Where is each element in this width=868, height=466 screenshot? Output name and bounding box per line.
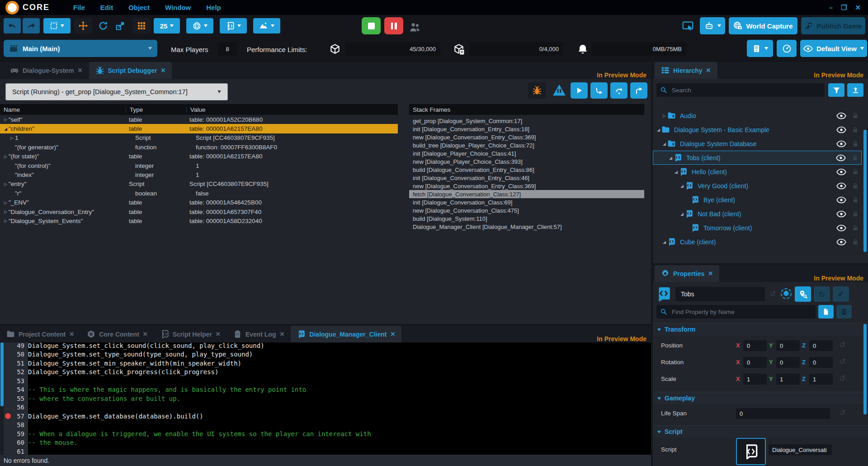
reset-icon[interactable]: ↺ xyxy=(839,408,845,417)
hierarchy-item-not-bad-client-[interactable]: ◢Not Bad (client) xyxy=(653,207,862,221)
max-players-value[interactable]: 8 xyxy=(218,42,237,56)
visibility-eye-icon[interactable] xyxy=(836,210,846,218)
line-number[interactable]: 56 xyxy=(12,404,28,411)
tab-project-content[interactable]: Project Content✕ xyxy=(0,326,80,342)
position-y-field[interactable]: 0 xyxy=(776,340,800,351)
tab-close-icon[interactable]: ✕ xyxy=(69,331,74,338)
rotation-z-field[interactable]: 0 xyxy=(809,357,833,368)
line-number[interactable]: 53 xyxy=(12,377,28,385)
tab-properties[interactable]: Properties ✕ xyxy=(655,265,719,282)
variable-row[interactable]: ▷"(for state)"tabletable: 000001A62157EA… xyxy=(0,152,398,161)
tree-expand-icon[interactable]: ▷ xyxy=(661,114,667,118)
lock-icon[interactable] xyxy=(852,238,859,246)
tree-expand-icon[interactable]: ◢ xyxy=(3,127,9,131)
bot-dropdown[interactable] xyxy=(700,17,725,34)
stack-frame[interactable]: new [Dialogue_Conversation_Class:475] xyxy=(409,206,644,214)
code-line[interactable]: 55-- where the conversations are built u… xyxy=(0,394,651,403)
lock-icon[interactable] xyxy=(852,140,859,147)
tree-expand-icon[interactable]: ▷ xyxy=(9,136,15,140)
code-line[interactable]: 49Dialogue_System.set_click_sound(click_… xyxy=(0,342,651,350)
lock-icon[interactable] xyxy=(852,112,859,119)
tree-expand-icon[interactable]: ▷ xyxy=(3,219,9,223)
tab-close-icon[interactable]: ✕ xyxy=(708,270,713,277)
tab-core-content[interactable]: Core Content✕ xyxy=(80,326,154,342)
stack-frame[interactable]: build [Dialogue_System:110] xyxy=(409,214,644,223)
filter-button[interactable] xyxy=(828,83,844,97)
paste-property-button[interactable] xyxy=(836,305,852,319)
variable-row[interactable]: ▷"Dialogue_Conversation_Entry"tabletable… xyxy=(0,207,398,216)
line-number[interactable]: 57 xyxy=(12,413,28,420)
tree-expand-icon[interactable]: ◢ xyxy=(673,170,679,174)
hierarchy-item-hello-client-[interactable]: ◢Hello (client) xyxy=(653,165,862,179)
multiplayer-preview-icon[interactable] xyxy=(409,21,421,33)
hierarchy-item-very-good-client-[interactable]: ◢Very Good (client) xyxy=(653,179,862,193)
variable-row[interactable]: ▷"Dialogue_System_Events"tabletable: 000… xyxy=(0,216,398,225)
hierarchy-item-bye-client-[interactable]: Bye (client) xyxy=(653,193,862,207)
lock-icon[interactable] xyxy=(852,210,859,218)
code-editor[interactable]: 49Dialogue_System.set_click_sound(click_… xyxy=(0,342,651,455)
line-number[interactable]: 58 xyxy=(12,421,28,428)
terrain-dropdown[interactable] xyxy=(253,18,280,33)
stack-frame[interactable]: fetch [Dialogue_Conversation_Class:127] xyxy=(409,190,644,198)
section-script[interactable]: Script xyxy=(653,425,868,437)
object-name-field[interactable] xyxy=(680,290,760,298)
property-search[interactable] xyxy=(656,305,816,319)
tree-expand-icon[interactable]: ◢ xyxy=(679,184,685,188)
stack-frame[interactable]: Dialogue_Manager_Client [Dialogue_Manage… xyxy=(409,223,644,231)
tab-close-icon[interactable]: ✕ xyxy=(160,67,165,74)
menu-edit[interactable]: Edit xyxy=(100,4,113,11)
column-name[interactable]: Name xyxy=(0,106,126,113)
undo-button[interactable] xyxy=(4,18,21,33)
default-view-dropdown[interactable]: Default View xyxy=(800,40,867,57)
reset-object-button[interactable]: ↻ xyxy=(814,286,830,302)
stack-frame[interactable]: new [Dialogue_Player_Choice_Class:393] xyxy=(409,157,644,166)
reset-icon[interactable]: ↺ xyxy=(839,357,845,366)
rotation-x-field[interactable]: 0 xyxy=(743,357,767,368)
scale-tool-button[interactable] xyxy=(113,18,127,33)
code-line[interactable]: 54-- This is where the magic happens, an… xyxy=(0,385,651,395)
break-on-error-icon[interactable] xyxy=(552,84,566,96)
line-number[interactable]: 55 xyxy=(12,395,28,402)
close-button[interactable]: ✕ xyxy=(855,4,861,12)
line-number[interactable]: 61 xyxy=(12,448,28,455)
performance-button[interactable] xyxy=(777,40,797,57)
line-number[interactable]: 50 xyxy=(12,351,28,358)
stack-frame[interactable]: build_tree [Dialogue_Player_Choice_Class… xyxy=(409,141,644,149)
lock-icon[interactable] xyxy=(852,168,859,176)
hierarchy-item-dialogue-system-basic-example[interactable]: ◢Dialogue System - Basic Example xyxy=(653,123,862,137)
column-value[interactable]: Value xyxy=(187,106,398,113)
tab-close-icon[interactable]: ✕ xyxy=(279,331,284,338)
variable-row[interactable]: ▷"_ENV"tabletable: 000001A546425B00 xyxy=(0,198,398,207)
grid-snap-button[interactable] xyxy=(133,18,150,33)
stack-frame[interactable]: init [Dialogue_Conversation_Class:69] xyxy=(409,198,644,206)
stop-button[interactable] xyxy=(362,17,381,34)
visibility-eye-icon[interactable] xyxy=(836,196,846,204)
tree-expand-icon[interactable]: ◢ xyxy=(661,240,667,244)
tab-hierarchy[interactable]: Hierarchy ✕ xyxy=(655,62,717,79)
stack-frame[interactable]: init [Dialogue_Conversation_Entry_Class:… xyxy=(409,125,644,133)
scale-x-field[interactable]: 1 xyxy=(743,374,767,385)
visibility-eye-icon[interactable] xyxy=(836,168,846,176)
step-out-button[interactable] xyxy=(630,82,647,99)
tree-expand-icon[interactable]: ◢ xyxy=(661,142,667,146)
reset-icon[interactable]: ↺ xyxy=(839,374,845,383)
life-span-field[interactable]: 0 xyxy=(736,408,830,419)
visibility-eye-icon[interactable] xyxy=(836,140,846,147)
restore-button[interactable]: ❐ xyxy=(841,4,847,12)
screen-share-icon[interactable] xyxy=(682,20,694,32)
stack-frame[interactable]: init [Dialogue_Player_Choice_Class:41] xyxy=(409,149,644,157)
variable-row[interactable]: "(for generator)"functionfunction: 00007… xyxy=(0,143,398,152)
code-line[interactable]: 57Dialogue_System.set_database(database)… xyxy=(0,412,651,421)
breakpoint-icon[interactable] xyxy=(5,413,11,419)
new-property-button[interactable] xyxy=(818,305,834,319)
code-line[interactable]: 51Dialogue_System.set_min_speaker_width(… xyxy=(0,359,651,368)
script-create-dropdown[interactable] xyxy=(220,18,247,33)
hierarchy-item-cube-client-[interactable]: ◢Cube (client) xyxy=(653,235,862,249)
tree-expand-icon[interactable]: ▷ xyxy=(3,209,9,214)
visibility-eye-icon[interactable] xyxy=(836,238,846,246)
stack-frame[interactable]: init [Dialogue_Conversation_Entry_Class:… xyxy=(409,174,644,182)
variable-row[interactable]: ▷"self"tabletable: 000001A52C20B680 xyxy=(0,115,398,124)
code-line[interactable]: 56 xyxy=(0,403,651,412)
redo-button[interactable] xyxy=(23,18,40,33)
save-dropdown[interactable] xyxy=(747,40,773,57)
